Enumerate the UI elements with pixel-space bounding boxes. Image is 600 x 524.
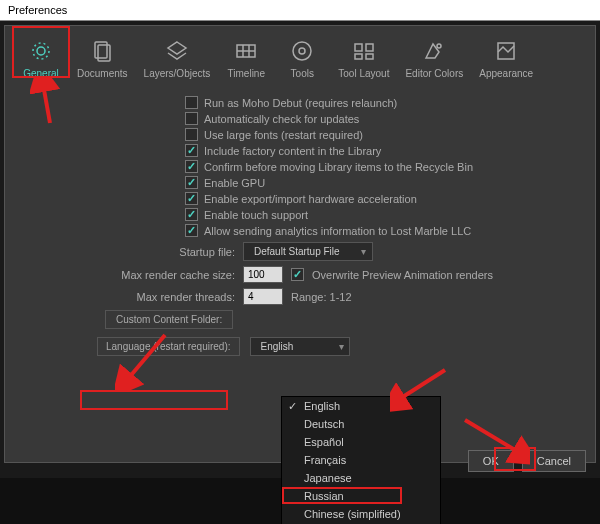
timeline-icon xyxy=(233,38,259,64)
svg-point-9 xyxy=(299,48,305,54)
checkbox-touch[interactable] xyxy=(185,208,198,221)
tab-timeline[interactable]: Timeline xyxy=(218,32,274,83)
preferences-panel: General Documents Layers/Objects Timelin… xyxy=(4,25,596,463)
checkbox-analytics[interactable] xyxy=(185,224,198,237)
tab-label: Tools xyxy=(291,68,314,79)
arrow-to-language xyxy=(115,330,175,390)
arrow-to-ok xyxy=(460,415,530,465)
svg-point-8 xyxy=(293,42,311,60)
cancel-button[interactable]: Cancel xyxy=(522,450,586,472)
check-label: Enable GPU xyxy=(204,177,265,189)
tools-icon xyxy=(289,38,315,64)
tab-documents[interactable]: Documents xyxy=(69,32,136,83)
tab-label: Documents xyxy=(77,68,128,79)
checkbox-large-fonts[interactable] xyxy=(185,128,198,141)
threads-input[interactable] xyxy=(243,288,283,305)
tab-label: Appearance xyxy=(479,68,533,79)
tab-tools[interactable]: Tools xyxy=(274,32,330,83)
language-menu: English Deutsch Español Français Japanes… xyxy=(281,396,441,524)
svg-rect-12 xyxy=(355,54,362,59)
tab-tool-layout[interactable]: Tool Layout xyxy=(330,32,397,83)
tab-label: Timeline xyxy=(228,68,265,79)
lang-option-deutsch[interactable]: Deutsch xyxy=(282,415,440,433)
checkbox-run-debut[interactable] xyxy=(185,96,198,109)
check-label: Allow sending analytics information to L… xyxy=(204,225,471,237)
check-label: Automatically check for updates xyxy=(204,113,359,125)
documents-icon xyxy=(89,38,115,64)
tab-label: Layers/Objects xyxy=(144,68,211,79)
tab-label: Tool Layout xyxy=(338,68,389,79)
svg-point-14 xyxy=(437,44,441,48)
lang-option-espanol[interactable]: Español xyxy=(282,433,440,451)
svg-point-1 xyxy=(33,43,49,59)
general-settings: Run as Moho Debut (requires relaunch) Au… xyxy=(5,83,595,366)
language-dropdown[interactable]: English xyxy=(250,337,350,356)
tab-general[interactable]: General xyxy=(13,32,69,83)
startup-file-dropdown[interactable]: Default Startup File xyxy=(243,242,373,261)
checkbox-factory-content[interactable] xyxy=(185,144,198,157)
check-label: Run as Moho Debut (requires relaunch) xyxy=(204,97,397,109)
cache-size-input[interactable] xyxy=(243,266,283,283)
checkbox-overwrite-preview[interactable] xyxy=(291,268,304,281)
startup-label: Startup file: xyxy=(25,246,235,258)
lang-option-japanese[interactable]: Japanese xyxy=(282,469,440,487)
tab-strip: General Documents Layers/Objects Timelin… xyxy=(5,26,595,83)
gear-icon xyxy=(28,38,54,64)
title-bar: Preferences xyxy=(0,0,600,21)
arrow-to-general xyxy=(30,78,70,128)
arrow-to-dropdown xyxy=(390,365,450,415)
cache-label: Max render cache size: xyxy=(25,269,235,281)
check-label: Use large fonts (restart required) xyxy=(204,129,363,141)
tab-appearance[interactable]: Appearance xyxy=(471,32,541,83)
svg-rect-13 xyxy=(366,54,373,59)
svg-rect-11 xyxy=(366,44,373,51)
check-label: Enable export/import hardware accelerati… xyxy=(204,193,417,205)
tab-label: Editor Colors xyxy=(405,68,463,79)
checkbox-hw-accel[interactable] xyxy=(185,192,198,205)
lang-option-russian[interactable]: Russian xyxy=(282,487,440,505)
overwrite-label: Overwrite Preview Animation renders xyxy=(312,269,493,281)
lang-option-francais[interactable]: Français xyxy=(282,451,440,469)
editor-colors-icon xyxy=(421,38,447,64)
tool-layout-icon xyxy=(351,38,377,64)
checkbox-auto-update[interactable] xyxy=(185,112,198,125)
checkbox-enable-gpu[interactable] xyxy=(185,176,198,189)
threads-label: Max render threads: xyxy=(25,291,235,303)
appearance-icon xyxy=(493,38,519,64)
threads-range: Range: 1-12 xyxy=(291,291,352,303)
check-label: Confirm before moving Library items to t… xyxy=(204,161,473,173)
tab-editor-colors[interactable]: Editor Colors xyxy=(397,32,471,83)
check-label: Enable touch support xyxy=(204,209,308,221)
check-label: Include factory content in the Library xyxy=(204,145,381,157)
lang-option-chinese-simplified[interactable]: Chinese (simplified) xyxy=(282,505,440,523)
layers-icon xyxy=(164,38,190,64)
svg-rect-10 xyxy=(355,44,362,51)
svg-point-0 xyxy=(37,47,45,55)
tab-layers[interactable]: Layers/Objects xyxy=(136,32,219,83)
custom-content-folder-button[interactable]: Custom Content Folder: xyxy=(105,310,233,329)
checkbox-confirm-recycle[interactable] xyxy=(185,160,198,173)
